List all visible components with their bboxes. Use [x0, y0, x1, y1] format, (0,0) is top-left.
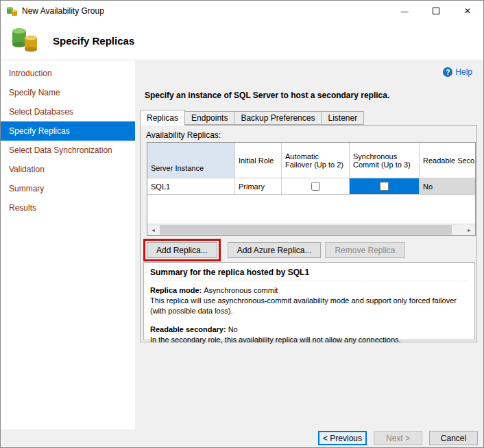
sidebar-item-select-data-synchronization[interactable]: Select Data Synchronization	[1, 141, 135, 160]
sidebar-item-select-databases[interactable]: Select Databases	[1, 102, 135, 121]
cell-server-instance: SQL1	[147, 178, 235, 195]
wizard-header: Specify Replicas	[1, 21, 483, 60]
tab-endpoints[interactable]: Endpoints	[184, 111, 234, 125]
app-icon	[6, 5, 18, 17]
grid-empty-area	[147, 195, 475, 224]
cell-automatic-failover	[282, 178, 350, 195]
replica-mode-line: Replica mode:Asynchronous commit	[150, 285, 468, 296]
wizard-footer: < Previous Next > Cancel	[1, 429, 483, 447]
sidebar-item-specify-replicas[interactable]: Specify Replicas	[1, 121, 135, 141]
readable-secondary-label: Readable secondary:	[150, 325, 226, 333]
annotation-highlight: Add Replica...	[143, 239, 221, 261]
tab-strip: Replicas Endpoints Backup Preferences Li…	[140, 109, 363, 125]
add-azure-replica-button[interactable]: Add Azure Replica...	[228, 242, 322, 258]
replica-mode-label: Replica mode:	[150, 286, 202, 294]
summary-panel: Summary for the replica hosted by SQL1 R…	[143, 262, 475, 340]
sidebar-item-specify-name[interactable]: Specify Name	[1, 83, 135, 102]
help-label: Help	[455, 67, 472, 77]
tab-replicas[interactable]: Replicas	[140, 110, 185, 126]
cell-readable-secondary[interactable]: No	[420, 178, 475, 195]
grid-header-row: Server Instance Initial Role Automatic F…	[147, 143, 475, 178]
scroll-left-icon[interactable]: ◄	[147, 224, 159, 235]
column-header-initial-role[interactable]: Initial Role	[235, 143, 282, 178]
column-header-readable-secondary[interactable]: Readable Seco	[420, 143, 475, 178]
close-icon: ✕	[464, 6, 471, 16]
add-replica-button[interactable]: Add Replica...	[147, 242, 217, 258]
main-content: ? Help Specify an instance of SQL Server…	[135, 61, 483, 429]
cell-initial-role: Primary	[235, 178, 282, 195]
help-link[interactable]: ? Help	[443, 67, 472, 77]
next-button[interactable]: Next >	[374, 431, 422, 445]
window-controls: — ✕	[389, 1, 483, 21]
previous-button[interactable]: < Previous	[318, 431, 367, 445]
readable-secondary-line: Readable secondary:No	[150, 325, 468, 335]
tab-listener[interactable]: Listener	[321, 111, 364, 125]
replicas-tab-panel: Availability Replicas: Server Instance I…	[140, 125, 477, 342]
maximize-icon	[433, 8, 439, 14]
replica-mode-description: This replica will use asynchronous-commi…	[150, 296, 468, 316]
new-availability-group-window: New Availability Group — ✕ Specify Repli…	[0, 0, 484, 448]
window-title: New Availability Group	[22, 6, 104, 16]
instruction-text: Specify an instance of SQL Server to hos…	[145, 91, 389, 100]
minimize-button[interactable]: —	[389, 1, 420, 21]
tab-backup-preferences[interactable]: Backup Preferences	[234, 111, 322, 125]
cancel-button[interactable]: Cancel	[429, 431, 478, 445]
wizard-steps-sidebar: Introduction Specify Name Select Databas…	[1, 61, 135, 429]
summary-title: Summary for the replica hosted by SQL1	[150, 267, 468, 281]
maximize-button[interactable]	[420, 1, 452, 21]
wizard-body: Introduction Specify Name Select Databas…	[1, 61, 483, 429]
help-icon: ?	[443, 67, 452, 77]
column-header-automatic-failover[interactable]: Automatic Failover (Up to 2)	[282, 143, 350, 178]
table-row: SQL1 Primary No	[147, 178, 475, 195]
footer-buttons: < Previous Next > Cancel	[318, 431, 478, 445]
scrollbar-thumb[interactable]	[160, 225, 452, 235]
readable-secondary-value: No	[228, 325, 238, 333]
sidebar-item-introduction[interactable]: Introduction	[1, 64, 135, 83]
remove-replica-button[interactable]: Remove Replica	[325, 242, 404, 258]
sidebar-item-summary[interactable]: Summary	[1, 179, 135, 198]
column-header-synchronous-commit[interactable]: Synchronous Commit (Up to 3)	[350, 143, 420, 178]
replica-mode-value: Asynchronous commit	[204, 286, 278, 294]
availability-replicas-grid: Server Instance Initial Role Automatic F…	[147, 142, 476, 236]
column-header-server-instance[interactable]: Server Instance	[147, 143, 235, 178]
availability-group-icon	[9, 25, 40, 56]
page-title: Specify Replicas	[53, 35, 134, 47]
sidebar-item-validation[interactable]: Validation	[1, 160, 135, 179]
scrollbar-track[interactable]	[159, 224, 463, 235]
availability-replicas-label: Availability Replicas:	[146, 130, 221, 140]
minimize-icon: —	[401, 8, 409, 15]
automatic-failover-checkbox[interactable]	[311, 182, 320, 191]
replica-buttons-row: Add Replica... Add Azure Replica... Remo…	[143, 239, 405, 261]
synchronous-commit-checkbox[interactable]	[380, 182, 389, 191]
horizontal-scrollbar[interactable]: ◄ ►	[147, 224, 475, 235]
sidebar-item-results[interactable]: Results	[1, 198, 135, 217]
titlebar: New Availability Group — ✕	[1, 1, 483, 21]
close-button[interactable]: ✕	[452, 1, 483, 21]
cell-synchronous-commit	[350, 178, 420, 195]
readable-secondary-description: In the secondary role, this availability…	[150, 335, 468, 345]
scroll-right-icon[interactable]: ►	[463, 224, 475, 235]
